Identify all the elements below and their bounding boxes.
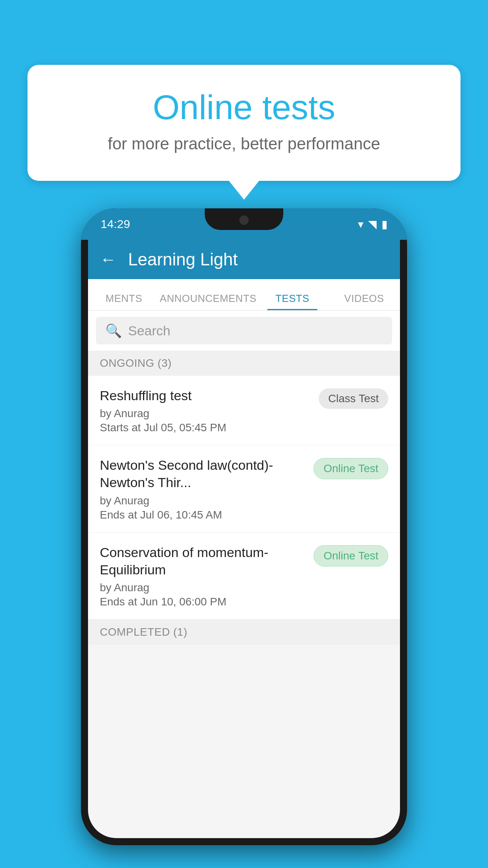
test-badge-class-test: Class Test — [319, 388, 388, 409]
tab-ments[interactable]: MENTS — [88, 292, 160, 310]
notch-cutout — [205, 208, 283, 230]
tab-bar: MENTS ANNOUNCEMENTS TESTS VIDEOS — [88, 279, 400, 311]
bubble-subtitle: for more practice, better performance — [59, 134, 429, 153]
bubble-title: Online tests — [59, 88, 429, 127]
test-time: Starts at Jul 05, 05:45 PM — [100, 421, 311, 434]
phone-frame: 14:29 ▾ ◥ ▮ ← Learning Light MENTS ANNOU… — [81, 208, 407, 845]
test-badge-online-test-2: Online Test — [314, 545, 388, 566]
status-time: 14:29 — [101, 217, 130, 231]
test-list: Reshuffling test by Anurag Starts at Jul… — [88, 376, 400, 620]
search-placeholder: Search — [128, 323, 171, 338]
promo-bubble-card: Online tests for more practice, better p… — [28, 65, 460, 181]
wifi-icon: ▾ — [358, 218, 363, 231]
test-name: Conservation of momentum-Equilibrium — [100, 544, 306, 578]
test-time: Ends at Jul 06, 10:45 AM — [100, 509, 306, 521]
app-title: Learning Light — [128, 250, 238, 269]
test-badge-online-test: Online Test — [314, 458, 388, 479]
test-name: Reshuffling test — [100, 387, 311, 404]
search-icon: 🔍 — [105, 323, 122, 338]
battery-icon: ▮ — [382, 218, 387, 231]
tab-announcements[interactable]: ANNOUNCEMENTS — [160, 292, 257, 310]
test-info: Newton's Second law(contd)-Newton's Thir… — [100, 456, 306, 521]
test-time: Ends at Jun 10, 06:00 PM — [100, 596, 306, 608]
test-by: by Anurag — [100, 581, 306, 594]
search-container: 🔍 Search — [88, 311, 400, 351]
search-bar[interactable]: 🔍 Search — [96, 317, 392, 344]
status-bar: 14:29 ▾ ◥ ▮ — [81, 208, 407, 240]
tab-videos[interactable]: VIDEOS — [328, 292, 400, 310]
test-info: Conservation of momentum-Equilibrium by … — [100, 544, 306, 608]
phone-screen: ← Learning Light MENTS ANNOUNCEMENTS TES… — [88, 240, 400, 838]
test-name: Newton's Second law(contd)-Newton's Thir… — [100, 456, 306, 491]
test-item[interactable]: Reshuffling test by Anurag Starts at Jul… — [88, 376, 400, 445]
ongoing-section-label: ONGOING (3) — [88, 351, 400, 376]
signal-icon: ◥ — [368, 218, 377, 231]
test-item[interactable]: Conservation of momentum-Equilibrium by … — [88, 533, 400, 620]
status-icons: ▾ ◥ ▮ — [358, 218, 387, 231]
test-item[interactable]: Newton's Second law(contd)-Newton's Thir… — [88, 445, 400, 532]
app-header: ← Learning Light — [88, 240, 400, 279]
test-by: by Anurag — [100, 407, 311, 420]
completed-section-label: COMPLETED (1) — [88, 620, 400, 645]
back-button[interactable]: ← — [100, 250, 116, 269]
tab-tests[interactable]: TESTS — [257, 292, 328, 310]
camera-dot — [239, 215, 249, 225]
test-info: Reshuffling test by Anurag Starts at Jul… — [100, 387, 311, 434]
test-by: by Anurag — [100, 495, 306, 507]
